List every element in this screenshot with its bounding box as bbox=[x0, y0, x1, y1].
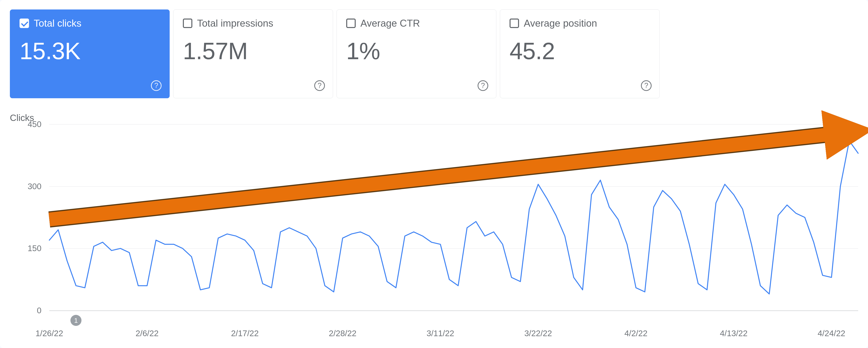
x-tick: 2/17/22 bbox=[231, 329, 259, 338]
metric-tile-value: 45.2 bbox=[509, 37, 650, 64]
x-tick: 1/26/22 bbox=[35, 329, 63, 338]
chart-line-svg bbox=[49, 124, 858, 311]
metric-tile-total-impressions[interactable]: Total impressions1.57M? bbox=[173, 9, 333, 98]
y-tick: 450 bbox=[10, 120, 49, 129]
help-icon[interactable]: ? bbox=[314, 80, 325, 91]
metric-tile-label: Average position bbox=[524, 18, 597, 29]
metric-tile-average-position[interactable]: Average position45.2? bbox=[500, 9, 660, 98]
y-tick: 150 bbox=[10, 244, 49, 253]
chart-area: Clicks 0150300450 1 1/26/222/6/222/17/22… bbox=[10, 113, 858, 338]
y-axis-label: Clicks bbox=[10, 113, 858, 123]
metric-tile-value: 1% bbox=[346, 37, 487, 64]
x-tick: 4/24/22 bbox=[818, 329, 845, 338]
y-tick: 0 bbox=[10, 306, 49, 315]
metric-tile-label: Average CTR bbox=[361, 18, 420, 29]
metric-tile-total-clicks[interactable]: Total clicks15.3K? bbox=[10, 9, 169, 98]
checkbox-icon[interactable] bbox=[346, 19, 356, 28]
clicks-series-line bbox=[49, 141, 858, 294]
x-axis-line bbox=[49, 311, 858, 311]
metric-tile-average-ctr[interactable]: Average CTR1%? bbox=[337, 9, 496, 98]
x-tick: 4/13/22 bbox=[720, 329, 747, 338]
x-tick: 3/22/22 bbox=[524, 329, 552, 338]
checkbox-icon[interactable] bbox=[20, 19, 29, 28]
help-icon[interactable]: ? bbox=[151, 80, 161, 91]
help-icon[interactable]: ? bbox=[477, 80, 488, 91]
checkbox-icon[interactable] bbox=[183, 19, 192, 28]
x-tick: 2/28/22 bbox=[329, 329, 356, 338]
x-tick: 3/11/22 bbox=[427, 329, 454, 338]
performance-card: Total clicks15.3K?Total impressions1.57M… bbox=[0, 0, 868, 348]
y-axis: 0150300450 bbox=[10, 124, 49, 311]
x-tick: 2/6/22 bbox=[135, 329, 159, 338]
metric-tile-value: 15.3K bbox=[20, 37, 160, 64]
metric-tile-label: Total impressions bbox=[197, 18, 273, 29]
checkbox-icon[interactable] bbox=[509, 19, 519, 28]
x-axis: 1/26/222/6/222/17/222/28/223/11/223/22/2… bbox=[49, 322, 858, 338]
metric-tile-value: 1.57M bbox=[183, 37, 323, 64]
y-tick: 300 bbox=[10, 182, 49, 191]
x-tick: 4/2/22 bbox=[624, 329, 647, 338]
chart-plot: 0150300450 1 bbox=[10, 124, 858, 311]
metric-tile-label: Total clicks bbox=[34, 18, 82, 29]
metric-tiles-row: Total clicks15.3K?Total impressions1.57M… bbox=[0, 0, 868, 98]
help-icon[interactable]: ? bbox=[641, 80, 652, 91]
